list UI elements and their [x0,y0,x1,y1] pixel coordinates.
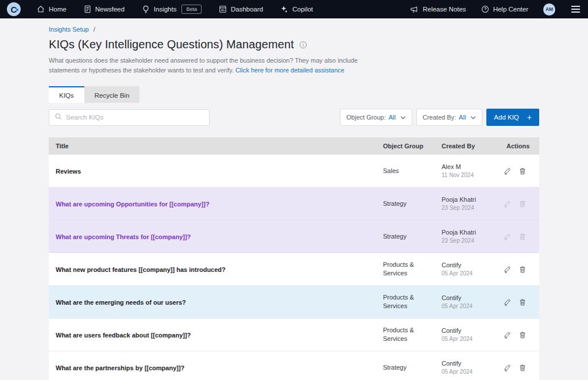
user-avatar[interactable]: AM [543,3,555,16]
trash-icon [519,167,526,175]
table-row[interactable]: What new product features [[company]] ha… [49,253,539,286]
trash-icon [519,298,526,306]
edit-kiq-button[interactable] [502,166,512,176]
table-row[interactable]: What are the partnerships by [[company]]… [49,351,539,380]
filter-value: All [459,114,466,121]
kiq-created-date: 23 Sep 2024 [442,237,502,244]
table-row[interactable]: What are users feedback about [[company]… [49,318,539,351]
toolbar: Object Group: All Created By: All Add KI… [49,109,539,126]
search-icon [55,112,62,122]
kiq-created-by: Contify [442,327,502,334]
release-notes-label: Release Notes [423,6,466,13]
add-kiq-label: Add KIQ [494,114,519,121]
edit-kiq-button[interactable] [502,264,512,274]
pencil-icon [504,266,511,273]
table-row[interactable]: Reviews Sales Alex M 11 Nov 2024 [49,155,539,187]
page-title: KIQs (Key Intelligence Questions) Manage… [49,38,294,51]
table-row[interactable]: What are upcoming Threats for [[company]… [49,220,539,253]
edit-kiq-button[interactable] [502,297,512,307]
trash-icon [519,233,526,240]
breadcrumb-separator: / [94,26,95,33]
trash-icon [519,331,526,339]
help-center-link[interactable]: Help Center [481,5,528,13]
edit-kiq-button [502,199,512,209]
kiq-title[interactable]: What are upcoming Opportunities for [[co… [56,201,210,208]
kiq-title[interactable]: What are users feedback about [[company]… [56,332,191,339]
kiq-title[interactable]: Reviews [56,168,81,175]
search-box[interactable] [49,109,210,126]
kiq-created-date: 05 Apr 2024 [442,336,502,342]
nav-item-dashboard[interactable]: Dashboard [219,5,263,13]
kiq-title[interactable]: What new product features [[company]] ha… [56,266,226,273]
pencil-icon [504,298,511,306]
hamburger-menu-icon[interactable] [570,4,581,14]
help-center-label: Help Center [493,6,528,13]
search-input[interactable] [66,114,204,121]
nav-item-newsfeed[interactable]: Newsfeed [84,5,125,13]
detailed-assistance-link[interactable]: Click here for more detailed assistance [235,67,345,74]
table-row[interactable]: What are upcoming Opportunities for [[co… [49,187,539,220]
filter-value: All [389,114,396,121]
tab-recycle-bin[interactable]: Recycle Bin [84,86,140,103]
question-circle-icon [481,5,489,13]
chevron-down-icon [399,114,406,121]
add-kiq-button[interactable]: Add KIQ + [486,109,539,126]
kiq-title[interactable]: What are upcoming Threats for [[company]… [56,233,191,240]
delete-kiq-button [518,232,527,241]
home-icon [37,5,45,13]
kiq-created-by: Pooja Khatri [442,229,502,236]
nav-item-label: Dashboard [231,6,263,13]
copilot-sparkle-icon [280,5,288,13]
delete-kiq-button[interactable] [518,330,527,340]
table-header: Title Object Group Created By Actions [49,137,539,155]
delete-kiq-button[interactable] [518,166,527,176]
kiq-created-by: Contify [442,294,502,301]
kiq-object-group: Products & Services [383,293,442,310]
delete-kiq-button[interactable] [518,363,527,373]
nav-item-copilot[interactable]: Copilot [280,5,313,13]
nav-item-home[interactable]: Home [37,5,67,13]
tab-kiqs[interactable]: KIQs [49,86,84,103]
kiq-created-date: 05 Apr 2024 [442,270,502,277]
kiq-object-group: Products & Services [383,260,442,278]
kiq-object-group: Products & Services [383,326,442,343]
trash-icon [519,364,526,371]
nav-item-label: Newsfeed [95,6,125,13]
created-by-filter[interactable]: Created By: All [416,109,482,126]
page-description: What questions does the stakeholder need… [49,56,375,75]
delete-kiq-button[interactable] [518,297,527,307]
page-content: Insights Setup / KIQs (Key Intelligence … [0,18,588,380]
kiq-object-group: Sales [383,167,442,175]
breadcrumb: Insights Setup / [49,26,539,33]
kiq-object-group: Strategy [383,199,442,208]
edit-kiq-button [502,232,512,241]
nav-item-label: Insights [154,6,177,13]
delete-kiq-button[interactable] [518,264,527,274]
kiq-created-by: Contify [442,360,502,367]
nav-item-insights[interactable]: Insights Beta [142,5,202,14]
pencil-icon [504,167,511,175]
delete-kiq-button [518,199,527,209]
kiq-title[interactable]: What are the emerging needs of our users… [56,299,186,306]
contify-logo[interactable]: C [7,2,21,16]
table-row[interactable]: What are the emerging needs of our users… [49,286,539,318]
object-group-filter[interactable]: Object Group: All [340,109,412,126]
plus-icon: + [527,113,532,121]
insights-lightbulb-icon [142,5,150,14]
kiq-created-date: 05 Apr 2024 [442,303,502,309]
pencil-icon [504,200,511,208]
edit-kiq-button[interactable] [502,363,512,373]
filter-label: Created By: [423,114,456,121]
breadcrumb-insights-setup-link[interactable]: Insights Setup [49,26,89,33]
edit-kiq-button[interactable] [502,330,512,340]
trash-icon [519,200,526,208]
nav-item-label: Home [49,6,67,13]
column-header-object-group: Object Group [383,142,442,151]
kiq-title[interactable]: What are the partnerships by [[company]]… [56,364,184,371]
kiq-created-date: 05 Apr 2024 [442,369,502,375]
kiq-table: Title Object Group Created By Actions Re… [49,137,539,380]
release-notes-link[interactable]: Release Notes [410,6,466,13]
kiq-object-group: Strategy [383,232,442,241]
kiq-created-by: Contify [442,262,502,268]
info-icon[interactable] [299,41,307,49]
